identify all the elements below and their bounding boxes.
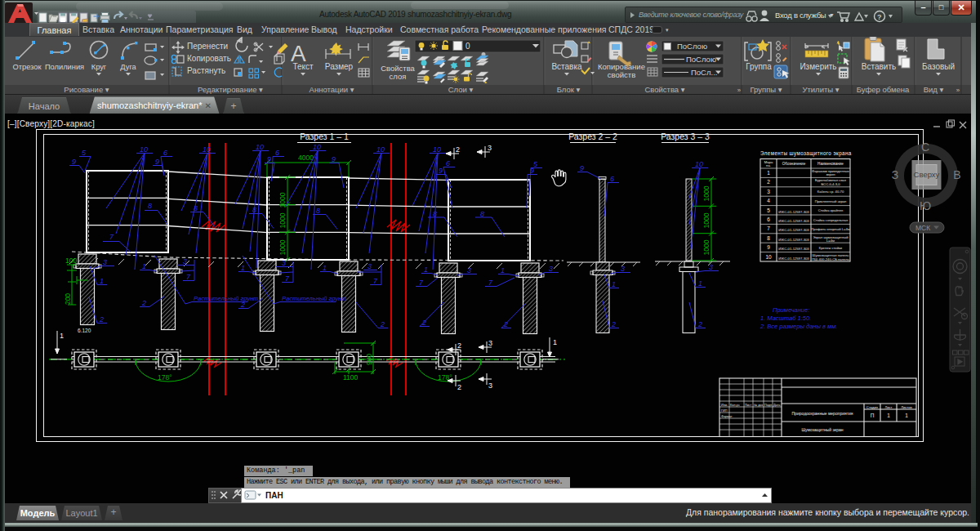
- svg-text:Кабель ср. 40-70: Кабель ср. 40-70: [817, 190, 844, 194]
- svg-text:3: 3: [467, 266, 471, 274]
- svg-text:?: ?: [877, 13, 882, 21]
- svg-text:Разрез 3 – 3: Разрез 3 – 3: [661, 132, 710, 141]
- svg-text:1: 1: [767, 170, 770, 176]
- svg-text:Крепеж стойки: Крепеж стойки: [819, 246, 843, 250]
- svg-text:»: »: [737, 87, 742, 94]
- svg-text:Размер: Размер: [325, 62, 354, 71]
- svg-text:9: 9: [72, 158, 76, 166]
- svg-text:зерен: зерен: [826, 172, 835, 176]
- svg-text:1: 1: [698, 279, 702, 288]
- svg-text:100: 100: [65, 257, 77, 265]
- svg-text:Профиль опорный L=4м: Профиль опорный L=4м: [811, 227, 849, 231]
- svg-text:Растянуть: Растянуть: [187, 66, 225, 75]
- svg-text:1: 1: [323, 264, 327, 272]
- svg-text:3: 3: [368, 262, 372, 270]
- svg-text:Изм.: Изм.: [721, 404, 728, 407]
- svg-text:4: 4: [767, 198, 770, 203]
- svg-text:Вставка: Вставка: [551, 62, 582, 71]
- svg-text:900: 900: [365, 354, 373, 365]
- svg-text:Рисование ▾: Рисование ▾: [64, 85, 109, 94]
- svg-text:6: 6: [163, 149, 167, 157]
- svg-text:Растительный грунт: Растительный грунт: [194, 295, 258, 302]
- svg-text:»: »: [956, 87, 960, 94]
- svg-text:10: 10: [433, 145, 441, 154]
- svg-text:6: 6: [446, 159, 450, 167]
- svg-text:Стадия: Стадия: [866, 405, 878, 409]
- svg-text:ИЖС-01-12597-303: ИЖС-01-12597-303: [778, 228, 809, 232]
- svg-text:ПоСл...: ПоСл...: [691, 68, 717, 77]
- svg-text:1: 1: [60, 332, 64, 340]
- svg-text:Подп.: Подп.: [764, 404, 773, 407]
- svg-text:1: 1: [501, 266, 505, 274]
- svg-text:9: 9: [332, 155, 336, 163]
- svg-text:8: 8: [316, 207, 320, 215]
- svg-text:Шумозащитный экран: Шумозащитный экран: [801, 427, 843, 432]
- svg-text:ПоСлою: ПоСлою: [677, 42, 707, 51]
- svg-text:Утилиты ▾: Утилиты ▾: [802, 85, 839, 94]
- svg-text:1: 1: [887, 413, 890, 418]
- svg-text:Буфер обмена: Буфер обмена: [857, 85, 910, 94]
- svg-text:ИЖС-01-12597-303: ИЖС-01-12597-303: [778, 219, 809, 223]
- svg-text:7: 7: [186, 273, 191, 281]
- svg-text:Элементы шумозащитного экран: Элементы шумозащитного экрана: [760, 150, 852, 157]
- svg-text:Лист: Лист: [884, 405, 892, 409]
- svg-text:8: 8: [252, 206, 256, 214]
- svg-text:1000: 1000: [278, 239, 287, 255]
- svg-text:Копировать: Копировать: [187, 54, 231, 63]
- svg-text:2: 2: [697, 320, 702, 328]
- svg-text:1: 1: [553, 338, 557, 346]
- svg-text:1: 1: [905, 413, 908, 418]
- svg-text:2: 2: [99, 315, 104, 324]
- svg-text:Блок ▾: Блок ▾: [557, 85, 581, 94]
- svg-text:1: 1: [100, 277, 104, 285]
- svg-text:1: 1: [241, 264, 245, 272]
- svg-text:10: 10: [140, 145, 148, 154]
- svg-text:6: 6: [610, 175, 614, 183]
- svg-text:8: 8: [194, 204, 198, 212]
- svg-text:Редактирование ▾: Редактирование ▾: [198, 85, 263, 94]
- svg-text:ИЖС-01-12597-303: ИЖС-01-12597-303: [778, 238, 809, 242]
- svg-text:Базовый: Базовый: [922, 62, 955, 71]
- svg-text:Примечание:: Примечание:: [773, 306, 809, 314]
- svg-text:Формат: Формат: [721, 415, 733, 418]
- svg-text:ГИП: ГИП: [721, 409, 728, 413]
- svg-text:Полилиния: Полилиния: [45, 63, 84, 71]
- svg-text:Кол.уч: Кол.уч: [730, 404, 739, 407]
- svg-text:Наименование: Наименование: [817, 162, 844, 166]
- svg-text:Разрез 1 – 1: Разрез 1 – 1: [300, 132, 349, 141]
- svg-text:Группа: Группа: [746, 62, 772, 71]
- svg-text:Лист: Лист: [745, 404, 752, 407]
- svg-text:2: 2: [457, 341, 461, 350]
- svg-text:Аннотации ▾: Аннотации ▾: [310, 85, 354, 94]
- svg-text:1: 1: [142, 262, 146, 270]
- svg-text:ПШ-400-240-СБ.панель: ПШ-400-240-СБ.панель: [812, 257, 849, 261]
- svg-text:2: 2: [457, 383, 461, 391]
- svg-text:ИЖС-01-12597-303: ИЖС-01-12597-303: [778, 210, 809, 214]
- svg-text:№ док: № док: [754, 404, 763, 407]
- svg-text:2: 2: [611, 320, 616, 328]
- svg-text:Измерить: Измерить: [800, 62, 836, 71]
- svg-text:1000: 1000: [702, 185, 710, 201]
- svg-text:Разрез 2 – 2: Разрез 2 – 2: [568, 132, 617, 141]
- svg-text:В: В: [953, 168, 960, 181]
- svg-text:7: 7: [109, 233, 114, 241]
- svg-text:Дуга: Дуга: [120, 63, 136, 71]
- svg-text:3: 3: [488, 144, 492, 152]
- svg-text:ИЖС-01-12597-303: ИЖС-01-12597-303: [778, 247, 809, 251]
- svg-text:Вставить: Вставить: [862, 62, 896, 71]
- svg-text:Текст: Текст: [292, 62, 314, 71]
- svg-text:3: 3: [549, 265, 553, 273]
- svg-text:9: 9: [155, 158, 159, 166]
- svg-text:1: 1: [424, 266, 428, 274]
- svg-text:2: 2: [456, 145, 460, 154]
- svg-text:Ю: Ю: [920, 199, 931, 212]
- svg-text:8: 8: [480, 210, 484, 218]
- svg-text:2: 2: [141, 299, 146, 307]
- svg-text:Растительный грунт: Растительный грунт: [282, 295, 346, 302]
- svg-text:1. Масштаб 1:50.: 1. Масштаб 1:50.: [760, 315, 811, 322]
- svg-text:200: 200: [64, 293, 72, 305]
- svg-text:9: 9: [439, 167, 443, 175]
- svg-text:7: 7: [488, 279, 493, 287]
- svg-text:1000: 1000: [278, 212, 287, 228]
- svg-text:178°: 178°: [158, 373, 172, 382]
